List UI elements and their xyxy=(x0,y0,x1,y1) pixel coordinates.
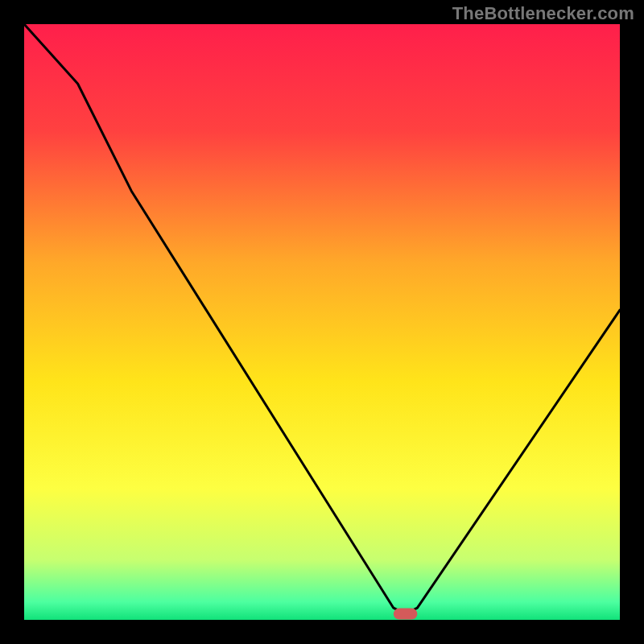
chart-svg xyxy=(24,24,620,620)
bottleneck-chart xyxy=(24,24,620,620)
attribution-label: TheBottlenecker.com xyxy=(452,3,634,24)
optimal-marker xyxy=(394,609,418,620)
gradient-background xyxy=(24,24,620,620)
chart-container: TheBottlenecker.com xyxy=(0,0,644,644)
